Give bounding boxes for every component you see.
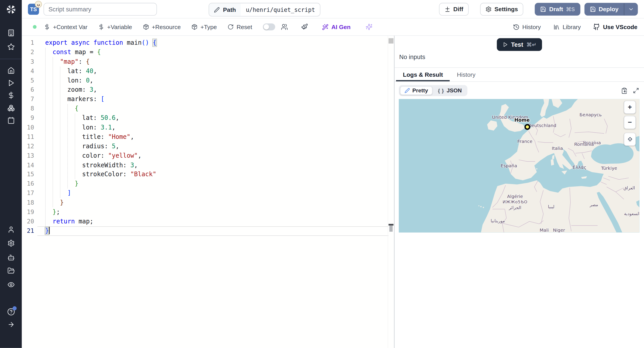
boxes-icon[interactable] (7, 104, 14, 112)
content: 1export async function main() {2const ma… (22, 36, 644, 348)
svg-text:Italia: Italia (552, 146, 563, 151)
svg-text:Algérie: Algérie (507, 194, 523, 199)
play-icon[interactable] (7, 79, 14, 86)
code-line[interactable]: 4lat: 40, (22, 66, 388, 76)
rotate-icon (228, 24, 234, 30)
wand-sparkles-icon (322, 24, 328, 30)
code-line[interactable]: 13color: "yellow", (22, 151, 388, 160)
code-line[interactable]: 18} (22, 198, 388, 208)
tab-history[interactable]: History (450, 68, 482, 82)
deploy-label: Deploy (598, 6, 618, 12)
overview-line-marker (389, 226, 393, 232)
code-line[interactable]: 14strokeWidth: 3, (22, 160, 388, 170)
code-line[interactable]: 6zoom: 3, (22, 85, 388, 94)
add-context-var-button[interactable]: +Context Var (44, 24, 88, 30)
gear-icon[interactable] (7, 240, 14, 247)
assistant-toggle[interactable] (263, 24, 275, 30)
eye-icon[interactable] (7, 281, 14, 288)
add-resource-button[interactable]: +Resource (143, 24, 181, 30)
add-type-label: +Type (200, 24, 217, 30)
braces-icon: { } (438, 88, 444, 94)
draft-button[interactable]: Draft ⌘S (535, 3, 580, 16)
deploy-split-divider (624, 3, 624, 15)
star-icon[interactable] (7, 43, 14, 50)
map-recenter-button[interactable] (624, 132, 636, 146)
bot-icon[interactable] (7, 254, 14, 261)
svg-text:الجزائر: الجزائر (508, 205, 521, 210)
code-editor[interactable]: 1export async function main() {2const ma… (22, 36, 394, 348)
code-line[interactable]: 17] (22, 189, 388, 198)
toggle-knob (264, 24, 269, 30)
map-marker[interactable] (525, 124, 530, 129)
chevron-down-icon[interactable] (628, 6, 634, 12)
add-type-button[interactable]: +Type (192, 24, 217, 30)
library-button[interactable]: Library (553, 24, 581, 30)
user-icon[interactable] (7, 226, 14, 233)
settings-button[interactable]: Settings (480, 3, 523, 16)
code-line[interactable]: 12radius: 5, (22, 142, 388, 151)
use-vscode-button[interactable]: Use VScode (593, 24, 638, 30)
deploy-button[interactable]: Deploy (584, 3, 638, 16)
code-line[interactable]: 11title: "Home", (22, 132, 388, 142)
svg-text:France: France (518, 139, 532, 144)
path-editor[interactable]: Path u/henri/quiet_script (209, 3, 320, 16)
code-line[interactable]: 10lon: 3.1, (22, 123, 388, 132)
tab-logs-result[interactable]: Logs & Result (396, 68, 450, 82)
windmill-logo-icon[interactable] (6, 4, 16, 15)
code-line[interactable]: 1export async function main() { (22, 38, 388, 48)
add-resource-label: +Resource (152, 24, 181, 30)
history-button[interactable]: History (513, 24, 541, 30)
svg-text:موريتانيا: موريتانيا (490, 218, 505, 224)
code-line[interactable]: 5lon: 0, (22, 76, 388, 85)
expand-result-button[interactable] (633, 88, 639, 94)
format-button[interactable] (301, 24, 308, 30)
result-map[interactable]: United KingdomБеларусьDeutschlandУкраїна… (399, 99, 639, 232)
svg-text:مصر: مصر (590, 202, 598, 207)
ai-gen-button[interactable]: AI Gen (322, 24, 350, 30)
code-line[interactable]: 8{ (22, 104, 388, 114)
view-pretty-button[interactable]: Pretty (400, 86, 433, 95)
settings-label: Settings (494, 6, 518, 12)
editor-scrollbar[interactable] (388, 36, 394, 348)
building-icon[interactable] (7, 29, 14, 36)
diff-button[interactable]: Diff (439, 3, 469, 16)
svg-text:România: România (574, 142, 594, 147)
help-icon[interactable] (7, 308, 15, 316)
code-line[interactable]: 21} (22, 226, 388, 236)
diff-icon (444, 6, 450, 12)
arrow-right-icon[interactable] (7, 321, 14, 328)
test-button[interactable]: Test ⌘↵ (497, 38, 542, 51)
gear-icon (486, 6, 492, 12)
use-vscode-label: Use VScode (603, 24, 638, 30)
multiplayer-button[interactable] (281, 24, 288, 30)
status-dot (33, 25, 37, 29)
code-line[interactable]: 9lat: 50.6, (22, 114, 388, 123)
view-json-label: JSON (446, 88, 462, 94)
summary-input[interactable] (44, 3, 157, 16)
home-icon[interactable] (7, 67, 14, 74)
map-zoom-out-button[interactable]: − (624, 116, 636, 129)
calendar-icon[interactable] (7, 117, 14, 124)
code-line[interactable]: 7markers: [ (22, 94, 388, 104)
map-zoom-in-button[interactable]: + (624, 101, 636, 114)
reset-button[interactable]: Reset (228, 24, 252, 30)
code-line[interactable]: 15strokeColor: "Black" (22, 170, 388, 179)
code-line[interactable]: 20return map; (22, 217, 388, 226)
add-variable-button[interactable]: +Variable (98, 24, 132, 30)
test-shortcut: ⌘↵ (526, 42, 536, 48)
users-icon (281, 24, 288, 30)
copy-result-button[interactable] (621, 87, 628, 94)
code-line[interactable]: 2const map = { (22, 48, 388, 57)
code-line[interactable]: 16} (22, 179, 388, 188)
view-pretty-label: Pretty (412, 88, 428, 94)
code-line[interactable]: 3"map": { (22, 57, 388, 66)
folder-open-icon[interactable] (7, 267, 14, 274)
code-line[interactable]: 19}; (22, 208, 388, 217)
draft-label: Draft (549, 6, 563, 12)
svg-text:العراق: العراق (624, 186, 635, 190)
dollar-icon[interactable] (7, 92, 14, 99)
scrollbar-slider[interactable] (389, 38, 394, 44)
pencil-icon (214, 7, 220, 12)
sparkles-button[interactable] (366, 24, 372, 30)
view-json-button[interactable]: { } JSON (433, 86, 466, 95)
